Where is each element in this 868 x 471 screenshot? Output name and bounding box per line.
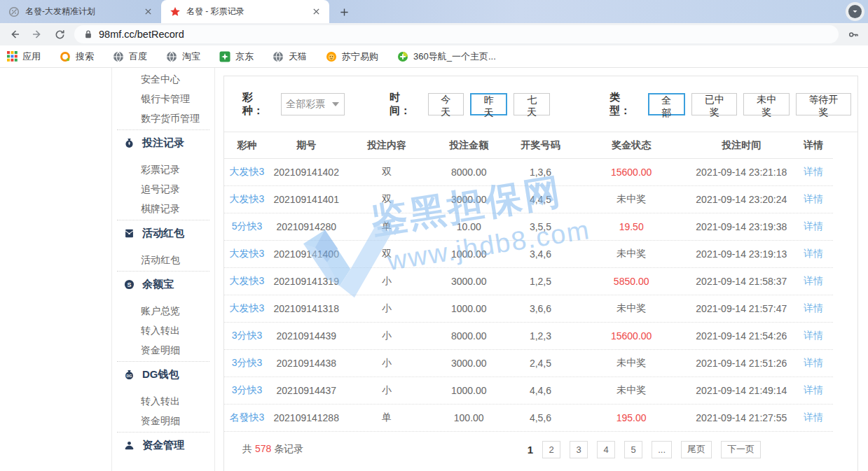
forward-icon[interactable] xyxy=(29,27,45,42)
bookmark-label: 京东 xyxy=(235,50,254,63)
table-header-cell: 开奖号码 xyxy=(507,139,574,152)
detail-link[interactable]: 详情 xyxy=(794,357,833,370)
sidebar-section-header[interactable]: 活动红包 xyxy=(112,222,214,244)
bet-content: 小 xyxy=(343,302,431,315)
sidebar-item[interactable]: 转入转出 xyxy=(112,391,214,411)
table-header-cell: 期号 xyxy=(270,139,343,152)
sidebar-item[interactable]: 数字货币管理 xyxy=(112,108,214,128)
nav360-icon xyxy=(397,51,408,62)
pagination-button[interactable]: 3 xyxy=(570,441,588,458)
bet-amount: 1000.00 xyxy=(430,248,507,260)
type-filter-button[interactable]: 已中奖 xyxy=(691,93,737,115)
lottery[interactable]: 大发快3 xyxy=(224,166,270,178)
bookmark-item[interactable]: 淘宝 xyxy=(166,50,200,63)
apps-grid-icon xyxy=(7,51,18,62)
bet-content: 单 xyxy=(343,412,431,424)
lottery-select[interactable]: 全部彩票 xyxy=(281,93,345,115)
sidebar-item[interactable]: 转入转出 xyxy=(112,321,214,340)
globe-icon xyxy=(273,51,284,62)
sidebar-section-header[interactable]: S余额宝 xyxy=(112,273,214,295)
draw-numbers: 3,6,6 xyxy=(507,303,574,314)
time-filter-button[interactable]: 七天 xyxy=(514,93,549,115)
browser-tab-1[interactable]: 名發-大发精准计划 xyxy=(0,0,161,23)
sidebar-item[interactable]: 活动红包 xyxy=(112,250,214,269)
tab-close-icon[interactable] xyxy=(142,6,154,17)
browser-tab-2-active[interactable]: 名發 - 彩票记录 xyxy=(161,0,329,23)
svg-text:S: S xyxy=(128,281,132,288)
sidebar-item[interactable]: 账户总览 xyxy=(112,301,214,321)
pagination-button[interactable]: 4 xyxy=(597,441,615,458)
key-icon[interactable] xyxy=(846,27,861,42)
back-icon[interactable] xyxy=(7,27,22,42)
pagination-button[interactable]: 下一页 xyxy=(721,441,761,458)
svg-text:DG: DG xyxy=(127,373,132,377)
lottery[interactable]: 大发快3 xyxy=(224,275,270,288)
bookmark-item[interactable]: 360导航_一个主页... xyxy=(397,50,496,63)
dg-wallet-icon: DG xyxy=(124,370,135,380)
bet-amount: 100.00 xyxy=(430,412,507,423)
bookmark-item[interactable]: 苏宁易购 xyxy=(326,50,378,63)
sidebar-section-header[interactable]: 资金管理 xyxy=(112,434,214,456)
draw-numbers: 4,5,6 xyxy=(507,412,574,423)
bookmark-item[interactable]: 天猫 xyxy=(273,50,307,63)
lottery[interactable]: 5分快3 xyxy=(224,220,270,233)
globe-icon xyxy=(166,51,177,62)
tab-close-icon[interactable] xyxy=(310,6,322,17)
lottery[interactable]: 3分快3 xyxy=(224,330,270,342)
browser-menu-button[interactable] xyxy=(846,2,864,21)
prize-status: 15600.00 xyxy=(574,330,689,342)
url-bar[interactable]: 98mf.cc/betRecord xyxy=(74,25,839,43)
lottery[interactable]: 大发快3 xyxy=(224,302,270,315)
sidebar-item[interactable]: 彩票记录 xyxy=(112,160,214,179)
bookmark-item[interactable]: 应用 xyxy=(7,50,41,63)
bet-amount: 10.00 xyxy=(430,221,507,232)
prize-status: 未中奖 xyxy=(574,384,689,397)
detail-link[interactable]: 详情 xyxy=(794,193,833,206)
issue-number: 20210914437 xyxy=(270,385,343,396)
sidebar-section-label: 活动红包 xyxy=(142,227,184,240)
lottery[interactable]: 名發快3 xyxy=(224,412,270,424)
sidebar-item[interactable]: 追号记录 xyxy=(112,179,214,199)
pagination-button[interactable]: 尾页 xyxy=(681,441,712,458)
lottery[interactable]: 3分快3 xyxy=(224,357,270,370)
draw-numbers: 4,4,5 xyxy=(507,194,574,205)
detail-link[interactable]: 详情 xyxy=(794,412,833,424)
detail-link[interactable]: 详情 xyxy=(794,220,833,233)
lottery[interactable]: 3分快3 xyxy=(224,384,270,397)
sidebar-item[interactable]: 资金明细 xyxy=(112,411,214,430)
lottery[interactable]: 大发快3 xyxy=(224,248,270,260)
pagination-button[interactable]: 5 xyxy=(624,441,642,458)
bookmark-item[interactable]: 百度 xyxy=(113,50,147,63)
sidebar-item[interactable]: 安全中心 xyxy=(112,69,214,89)
time-filter-button[interactable]: 昨天 xyxy=(470,93,507,115)
bet-content: 小 xyxy=(343,330,431,342)
bookmark-item[interactable]: 京东 xyxy=(219,50,254,63)
bookmark-item[interactable]: 搜索 xyxy=(60,50,94,63)
sidebar-section-header[interactable]: DGDG钱包 xyxy=(112,363,214,386)
lottery[interactable]: 大发快3 xyxy=(224,193,270,206)
bookmark-label: 百度 xyxy=(129,50,147,63)
sidebar-item[interactable]: 资金明细 xyxy=(112,340,214,360)
detail-link[interactable]: 详情 xyxy=(794,275,833,288)
pagination-button[interactable]: ... xyxy=(652,441,672,458)
bet-content: 双 xyxy=(343,166,431,178)
detail-link[interactable]: 详情 xyxy=(794,330,833,342)
search-ring-icon xyxy=(60,51,71,62)
detail-link[interactable]: 详情 xyxy=(794,302,833,315)
type-filter-button[interactable]: 未中奖 xyxy=(743,93,789,115)
new-tab-button[interactable] xyxy=(335,3,353,21)
type-filter-button[interactable]: 等待开奖 xyxy=(796,93,851,115)
prize-status: 15600.00 xyxy=(574,167,689,178)
detail-link[interactable]: 详情 xyxy=(794,248,833,260)
sidebar-item[interactable]: 银行卡管理 xyxy=(112,89,214,108)
pagination-button[interactable]: 2 xyxy=(542,441,560,458)
issue-number: 20210914439 xyxy=(270,330,343,342)
detail-link[interactable]: 详情 xyxy=(794,166,833,178)
time-filter-button[interactable]: 今天 xyxy=(428,93,464,115)
type-filter-button[interactable]: 全部 xyxy=(648,93,686,115)
sidebar-item[interactable]: 棋牌记录 xyxy=(112,199,214,218)
reload-icon[interactable] xyxy=(52,27,67,42)
detail-link[interactable]: 详情 xyxy=(794,384,833,397)
bet-time: 2021-09-14 21:51:26 xyxy=(689,358,794,369)
sidebar-section-header[interactable]: 投注记录 xyxy=(112,132,214,154)
